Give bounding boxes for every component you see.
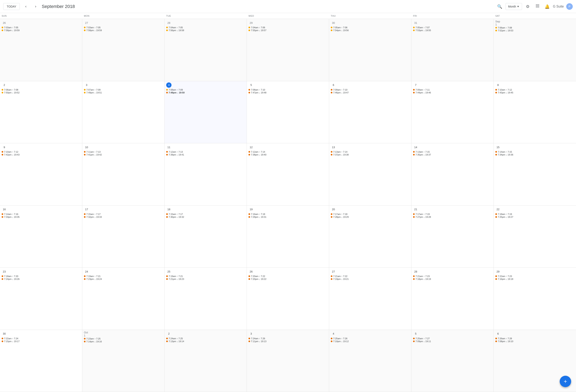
calendar-cell[interactable]: 37:07am ↑ 7:097:49pm ↓ 19:51 xyxy=(82,81,165,143)
calendar-cell[interactable]: 197:16am ↑ 7:187:29pm ↓ 19:31 xyxy=(247,206,329,268)
calendar-cell[interactable]: 37:24am ↑ 7:267:11pm ↓ 19:13 xyxy=(247,330,329,392)
today-button[interactable]: TODAY xyxy=(3,3,20,10)
calendar-event[interactable]: 7:55pm ↓ 19:57 xyxy=(249,29,328,31)
calendar-event[interactable]: 7:42pm ↓ 19:43 xyxy=(2,154,81,156)
next-button[interactable]: › xyxy=(32,3,39,10)
notifications-button[interactable]: 🔔 xyxy=(543,2,551,11)
calendar-event[interactable]: 7:21pm ↓ 19:23 xyxy=(166,278,245,280)
calendar-cell[interactable]: 137:13am ↑ 7:147:37pm ↓ 19:38 xyxy=(329,143,411,206)
add-event-button[interactable]: + xyxy=(560,376,571,387)
calendar-event[interactable]: 7:33pm ↓ 19:35 xyxy=(2,216,81,218)
calendar-event[interactable]: 7:54pm ↓ 19:56 xyxy=(331,29,410,31)
calendar-cell[interactable]: 287:04am ↑ 7:057:56pm ↓ 19:58 xyxy=(165,19,247,81)
calendar-event[interactable]: 7:20am ↑ 7:22 xyxy=(249,275,328,277)
calendar-cell[interactable]: 217:17am ↑ 7:197:27pm ↓ 19:28 xyxy=(411,206,494,268)
calendar-event[interactable]: 7:24pm ↓ 19:26 xyxy=(2,278,81,280)
calendar-event[interactable]: 7:12am ↑ 7:14 xyxy=(249,151,328,153)
calendar-event[interactable]: 7:15am ↑ 7:17 xyxy=(166,213,245,215)
calendar-cell[interactable]: 237:18am ↑ 7:207:24pm ↓ 19:26 xyxy=(0,268,82,330)
calendar-cell[interactable]: Oct 17:23am ↑ 7:257:14pm ↓ 19:16 xyxy=(82,330,165,392)
calendar-event[interactable]: 7:58pm ↓ 19:59 xyxy=(84,29,163,31)
calendar-cell[interactable]: 307:05am ↑ 7:067:54pm ↓ 19:56 xyxy=(329,19,411,81)
calendar-event[interactable]: 7:11am ↑ 7:13 xyxy=(84,151,163,153)
calendar-event[interactable]: 7:07am ↑ 7:09 xyxy=(84,89,163,91)
calendar-event[interactable]: 7:15pm ↓ 19:17 xyxy=(2,340,81,342)
calendar-event[interactable]: 7:09am ↑ 7:11 xyxy=(413,89,492,91)
calendar-event[interactable]: 7:12am ↑ 7:13 xyxy=(166,151,245,153)
calendar-event[interactable]: 7:03am ↑ 7:05 xyxy=(2,26,81,29)
calendar-cell[interactable]: 57:25am ↑ 7:277:09pm ↓ 19:11 xyxy=(411,330,494,392)
calendar-cell[interactable]: 207:17am ↑ 7:187:28pm ↓ 19:29 xyxy=(329,206,411,268)
calendar-event[interactable]: 7:19am ↑ 7:21 xyxy=(166,275,245,277)
calendar-event[interactable]: 7:37pm ↓ 19:38 xyxy=(331,154,410,156)
calendar-cell[interactable]: 277:03am ↑ 7:057:58pm ↓ 19:59 xyxy=(82,19,165,81)
calendar-event[interactable]: 7:05am ↑ 7:06 xyxy=(331,26,410,29)
calendar-event[interactable]: 7:50pm ↓ 19:52 xyxy=(2,91,81,94)
calendar-event[interactable]: 7:14am ↑ 7:15 xyxy=(495,151,575,153)
calendar-event[interactable]: 7:56pm ↓ 19:58 xyxy=(166,29,245,31)
calendar-event[interactable]: 7:11pm ↓ 19:13 xyxy=(249,340,328,342)
calendar-cell[interactable]: 147:13am ↑ 7:157:35pm ↓ 19:37 xyxy=(411,143,494,206)
calendar-event[interactable]: 7:29pm ↓ 19:31 xyxy=(249,216,328,218)
calendar-event[interactable]: 7:19am ↑ 7:21 xyxy=(84,275,163,277)
calendar-cell[interactable]: 67:09am ↑ 7:107:46pm ↓ 19:47 xyxy=(329,81,411,143)
calendar-event[interactable]: 7:20pm ↓ 19:22 xyxy=(249,278,328,280)
calendar-cell[interactable]: 267:20am ↑ 7:227:20pm ↓ 19:22 xyxy=(247,268,329,330)
calendar-event[interactable]: 7:32pm ↓ 19:33 xyxy=(84,216,163,218)
calendar-cell[interactable]: Sep 17:06am ↑ 7:087:52pm ↓ 19:53 xyxy=(494,19,576,81)
calendar-event[interactable]: 7:13am ↑ 7:15 xyxy=(413,151,492,153)
calendar-event[interactable]: 7:18am ↑ 7:20 xyxy=(2,275,81,277)
calendar-event[interactable]: 7:03am ↑ 7:05 xyxy=(84,26,163,29)
calendar-event[interactable]: 7:46pm ↓ 19:47 xyxy=(331,91,410,94)
calendar-event[interactable]: 7:17am ↑ 7:18 xyxy=(331,213,410,215)
calendar-cell[interactable]: 27:06am ↑ 7:087:50pm ↓ 19:52 xyxy=(0,81,82,143)
calendar-event[interactable]: 7:13pm ↓ 19:14 xyxy=(166,340,245,342)
calendar-event[interactable]: 7:04am ↑ 7:06 xyxy=(249,26,328,29)
calendar-cell[interactable]: 107:11am ↑ 7:137:41pm ↓ 19:42 xyxy=(82,143,165,206)
calendar-event[interactable]: 7:08am ↑ 7:09 xyxy=(166,89,245,91)
calendar-cell[interactable]: 227:18am ↑ 7:197:25pm ↓ 19:27 xyxy=(494,206,576,268)
calendar-event[interactable]: 7:47pm ↓ 19:48 xyxy=(249,91,328,94)
calendar-event[interactable]: 7:09am ↑ 7:10 xyxy=(331,89,410,91)
calendar-event[interactable]: 7:25am ↑ 7:27 xyxy=(413,337,492,340)
calendar-cell[interactable]: 77:09am ↑ 7:117:44pm ↓ 19:46 xyxy=(411,81,494,143)
calendar-event[interactable]: 7:39pm ↓ 19:41 xyxy=(166,154,245,156)
calendar-event[interactable]: 7:08am ↑ 7:10 xyxy=(249,89,328,91)
calendar-cell[interactable]: 257:19am ↑ 7:217:21pm ↓ 19:23 xyxy=(165,268,247,330)
calendar-event[interactable]: 7:25am ↑ 7:26 xyxy=(331,337,410,340)
calendar-cell[interactable]: 97:10am ↑ 7:127:42pm ↓ 19:43 xyxy=(0,143,82,206)
calendar-event[interactable]: 7:52pm ↓ 19:53 xyxy=(495,29,575,32)
calendar-event[interactable]: 7:19pm ↓ 19:21 xyxy=(331,278,410,280)
calendar-event[interactable]: 7:16pm ↓ 19:18 xyxy=(495,278,575,280)
calendar-event[interactable]: 7:28pm ↓ 19:29 xyxy=(331,216,410,218)
calendar-event[interactable]: 7:10am ↑ 7:12 xyxy=(2,151,81,153)
calendar-cell[interactable]: 47:08am ↑ 7:097:48pm ↓ 19:50 xyxy=(165,81,247,143)
calendar-event[interactable]: 7:18am ↑ 7:19 xyxy=(495,213,575,215)
calendar-cell[interactable]: 317:05am ↑ 7:077:53pm ↓ 19:55 xyxy=(411,19,494,81)
view-selector[interactable]: Month ▼ xyxy=(506,3,522,10)
calendar-event[interactable]: 7:05am ↑ 7:07 xyxy=(413,26,492,29)
calendar-cell[interactable]: 87:10am ↑ 7:127:43pm ↓ 19:45 xyxy=(494,81,576,143)
calendar-event[interactable]: 7:14pm ↓ 19:16 xyxy=(84,340,163,343)
calendar-cell[interactable]: 47:25am ↑ 7:267:10pm ↓ 19:12 xyxy=(329,330,411,392)
calendar-event[interactable]: 7:58pm ↓ 19:59 xyxy=(2,29,81,31)
calendar-cell[interactable]: 287:21am ↑ 7:237:18pm ↓ 19:19 xyxy=(411,268,494,330)
calendar-event[interactable]: 7:10am ↑ 7:12 xyxy=(495,89,575,91)
calendar-event[interactable]: 7:43pm ↓ 19:45 xyxy=(495,91,575,94)
calendar-cell[interactable]: 167:14am ↑ 7:167:33pm ↓ 19:35 xyxy=(0,206,82,268)
calendar-event[interactable]: 7:49pm ↓ 19:51 xyxy=(84,91,163,94)
calendar-cell[interactable]: 307:22am ↑ 7:247:15pm ↓ 19:17 xyxy=(0,330,82,392)
calendar-cell[interactable]: 27:24am ↑ 7:257:13pm ↓ 19:14 xyxy=(165,330,247,392)
calendar-event[interactable]: 7:16am ↑ 7:18 xyxy=(249,213,328,215)
calendar-event[interactable]: 7:44pm ↓ 19:46 xyxy=(413,91,492,94)
calendar-cell[interactable]: 297:04am ↑ 7:067:55pm ↓ 19:57 xyxy=(247,19,329,81)
search-button[interactable]: 🔍 xyxy=(496,2,504,11)
calendar-event[interactable]: 7:23pm ↓ 19:24 xyxy=(84,278,163,280)
calendar-event[interactable]: 7:22am ↑ 7:24 xyxy=(2,337,81,340)
calendar-event[interactable]: 7:14am ↑ 7:16 xyxy=(2,213,81,215)
calendar-event[interactable]: 7:27pm ↓ 19:28 xyxy=(413,216,492,218)
calendar-cell[interactable]: 187:15am ↑ 7:177:30pm ↓ 19:32 xyxy=(165,206,247,268)
calendar-event[interactable]: 7:23am ↑ 7:25 xyxy=(84,338,163,340)
settings-button[interactable]: ⚙ xyxy=(524,2,532,11)
calendar-event[interactable]: 7:24am ↑ 7:26 xyxy=(249,337,328,340)
